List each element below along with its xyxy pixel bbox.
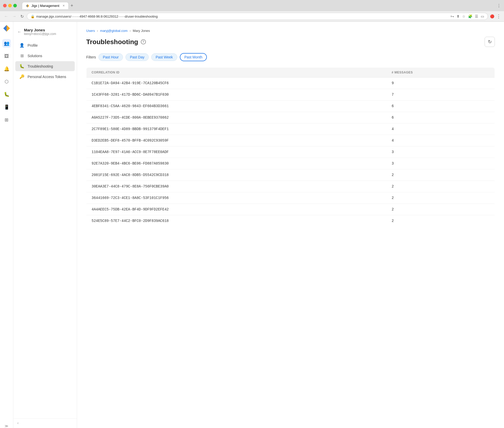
minimize-window-button[interactable] (8, 4, 12, 7)
sidebar-item-personal-access-tokens[interactable]: 🔑 Personal Access Tokens (15, 72, 75, 82)
messages-count-cell: 4 (387, 135, 495, 146)
table-row[interactable]: 524E5C89-57E7-44C2-BFC0-2D9F839AC6182 (86, 215, 495, 227)
breadcrumb-email[interactable]: maryj@global.com (100, 29, 128, 33)
sidebar-collapse-button[interactable]: ‹ (17, 421, 19, 425)
correlation-id-cell: 36441669-72C3-4CE1-8A8C-53F101C1F956 (86, 192, 387, 204)
table-row[interactable]: 1104EAA8-7E97-41A6-ACC9-8E7F78EE0ADF3 (86, 146, 495, 158)
filter-past-week[interactable]: Past Week (151, 53, 177, 61)
maximize-window-button[interactable] (13, 4, 17, 7)
extensions-icon[interactable]: 🧩 (468, 14, 472, 18)
correlation-id-cell: 92E7A320-9EB4-4BC6-BE06-FD887A859830 (86, 158, 387, 169)
rail-notifications-icon[interactable]: 🔔 (2, 65, 11, 73)
expand-rail-button[interactable]: ≫ (5, 424, 8, 428)
messages-count-cell: 2 (387, 215, 495, 227)
table-row[interactable]: 30EAA3E7-44C8-479C-8E8A-756F0CBE39A02 (86, 181, 495, 192)
messages-count-cell: 9 (387, 78, 495, 89)
more-options-icon[interactable]: ☰ (475, 14, 478, 18)
url-text: manage.jigx.com/users/·········4947·4668… (36, 15, 449, 18)
correlation-id-cell: C1B1E72A-DA94-42B4-919E-7CA120B45CF6 (86, 78, 387, 89)
key-icon[interactable]: 🗝 (450, 14, 454, 18)
correlation-id-cell: D3ED2EB5-DEF8-4570-BFFB-4C092C93059F (86, 135, 387, 146)
table-row[interactable]: C1B1E72A-DA94-42B4-919E-7CA120B45CF69 (86, 78, 495, 89)
filter-past-hour[interactable]: Past Hour (98, 53, 123, 61)
troubleshooting-icon: 🐛 (19, 64, 24, 69)
back-nav-button[interactable]: ← (3, 14, 9, 19)
table-header: CORRELATION ID # MESSAGES (86, 68, 495, 78)
correlation-id-cell: 2081F15E-692E-4AC8-8DB5-D5542C9CD318 (86, 169, 387, 181)
sidebar-user-email: leesyl+docs1@jigx.com (24, 32, 73, 36)
table-row[interactable]: 4A4AEEC5-75DB-42EA-BF4D-9DF9FD2EFE422 (86, 204, 495, 215)
messages-count-cell: 2 (387, 181, 495, 192)
share-icon[interactable]: ⬆ (457, 14, 460, 18)
main-content: Users › maryj@global.com › Mary Jones Tr… (77, 22, 504, 428)
messages-count-cell: 6 (387, 112, 495, 123)
tab-favicon (26, 4, 29, 8)
help-button[interactable]: ? (141, 39, 146, 44)
tab-close-button[interactable]: ✕ (62, 4, 65, 7)
sidebar-bottom: ‹ (13, 418, 77, 427)
icon-rail: 👥 🖼 🔔 ⬡ 🐛 📱 ⊞ ≫ (0, 22, 13, 428)
col-messages: # MESSAGES (387, 68, 495, 78)
forward-nav-button[interactable]: → (11, 14, 17, 19)
address-bar-actions: 🗝 ⬆ ☆ 🧩 ☰ ▭ (450, 14, 484, 18)
reload-nav-button[interactable]: ↻ (19, 14, 25, 19)
correlation-id-cell: 1C43FF68-3281-417D-BD6C-DA0947B1F030 (86, 89, 387, 100)
title-bar: Jigx | Management ✕ + ⋮ (0, 0, 504, 11)
browser-menu-button[interactable]: ⋮ (497, 3, 501, 8)
rail-grid-icon[interactable]: ⊞ (2, 116, 11, 124)
filter-past-day[interactable]: Past Day (125, 53, 149, 61)
browser-overflow-button[interactable]: ⋮ (496, 14, 501, 19)
sidebar-item-profile-label: Profile (28, 43, 38, 47)
close-window-button[interactable] (3, 4, 7, 7)
table-row[interactable]: 36441669-72C3-4CE1-8A8C-53F101C1F9562 (86, 192, 495, 204)
rail-bottom: ≫ (5, 424, 8, 428)
sidebar-item-solutions[interactable]: ⊞ Solutions (15, 51, 75, 61)
rail-device-icon[interactable]: 📱 (2, 103, 11, 111)
messages-count-cell: 7 (387, 89, 495, 100)
breadcrumb-current: Mary Jones (133, 29, 150, 33)
sidebar-back-button[interactable]: ← (17, 30, 21, 34)
messages-count-cell: 3 (387, 158, 495, 169)
traffic-lights (3, 4, 17, 7)
table-row[interactable]: 2081F15E-692E-4AC8-8DB5-D5542C9CD3182 (86, 169, 495, 181)
correlation-id-cell: 524E5C89-57E7-44C2-BFC0-2D9F839AC618 (86, 215, 387, 227)
messages-count-cell: 4 (387, 123, 495, 135)
table-row[interactable]: 4EBF8341-C5AA-4620-9843-EF604B3D36616 (86, 100, 495, 112)
messages-count-cell: 2 (387, 169, 495, 181)
messages-count-cell: 2 (387, 204, 495, 215)
page-title-row: Troubleshooting ? (86, 38, 146, 46)
tab-bar: Jigx | Management ✕ + (22, 2, 495, 9)
active-tab[interactable]: Jigx | Management ✕ (22, 2, 69, 9)
rail-debug-icon[interactable]: 🐛 (2, 90, 11, 99)
sidebar-user-info: Mary Jones leesyl+docs1@jigx.com (24, 28, 73, 36)
browser-profile-avatar[interactable]: 🔴 (490, 14, 494, 18)
table-row[interactable]: A0A5227F-73D5-4CDE-800A-8EBEE93708626 (86, 112, 495, 123)
sidebar-item-profile[interactable]: 👤 Profile (15, 40, 75, 50)
refresh-button[interactable]: ↻ (485, 37, 495, 47)
browser-chrome: Jigx | Management ✕ + ⋮ ← → ↻ 🔒 manage.j… (0, 0, 504, 22)
rail-images-icon[interactable]: 🖼 (2, 52, 11, 60)
table-row[interactable]: D3ED2EB5-DEF8-4570-BFFB-4C092C93059F4 (86, 135, 495, 146)
new-tab-button[interactable]: + (71, 3, 73, 8)
table-row[interactable]: 2C7F89E1-580E-4D89-BBDB-991379F4DEF14 (86, 123, 495, 135)
table-row[interactable]: 1C43FF68-3281-417D-BD6C-DA0947B1F0307 (86, 89, 495, 100)
url-input[interactable]: 🔒 manage.jigx.com/users/·········4947·46… (27, 13, 488, 20)
sidebar-toggle-icon[interactable]: ▭ (481, 14, 484, 18)
messages-count-cell: 2 (387, 192, 495, 204)
filters-row: Filters Past Hour Past Day Past Week Pas… (86, 53, 495, 61)
app-container: 👥 🖼 🔔 ⬡ 🐛 📱 ⊞ ≫ ← Mary Jones leesyl+docs… (0, 22, 504, 428)
sidebar-item-troubleshooting[interactable]: 🐛 Troubleshooting (15, 61, 75, 71)
sidebar-nav: 👤 Profile ⊞ Solutions 🐛 Troubleshooting … (13, 40, 77, 418)
app-logo[interactable] (3, 25, 10, 33)
messages-count-cell: 6 (387, 100, 495, 112)
star-icon[interactable]: ☆ (462, 14, 465, 18)
correlation-id-cell: 4EBF8341-C5AA-4620-9843-EF604B3D3661 (86, 100, 387, 112)
breadcrumb-users[interactable]: Users (86, 29, 95, 33)
filter-past-month[interactable]: Past Month (180, 53, 207, 61)
table-row[interactable]: 92E7A320-9EB4-4BC6-BE06-FD887A8598303 (86, 158, 495, 169)
page-title: Troubleshooting (86, 38, 138, 46)
breadcrumb-sep-1: › (97, 29, 98, 33)
rail-users-icon[interactable]: 👥 (2, 39, 11, 48)
rail-org-icon[interactable]: ⬡ (2, 77, 11, 86)
logo-icon (3, 25, 10, 32)
